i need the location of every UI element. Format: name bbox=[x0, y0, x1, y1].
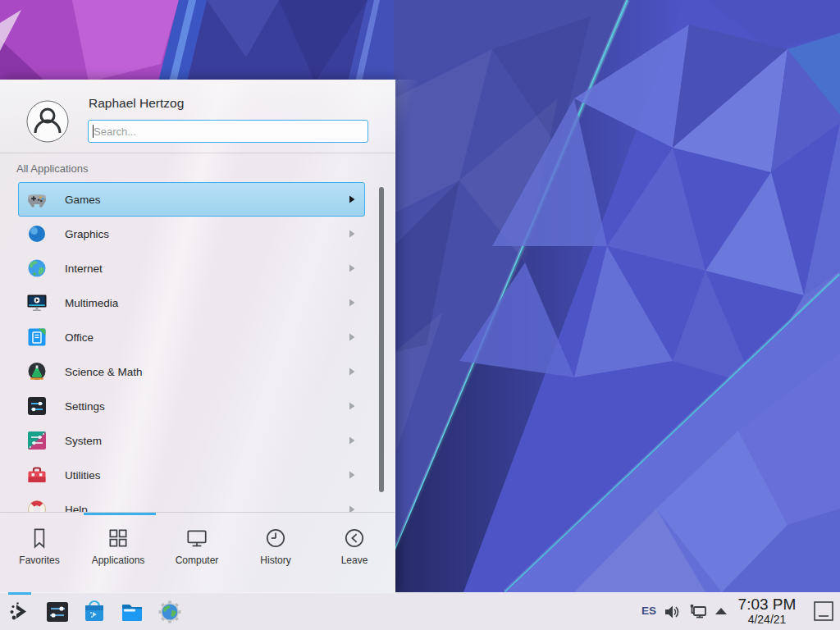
file-manager-folder-icon[interactable] bbox=[120, 600, 144, 624]
tab-history[interactable]: History bbox=[236, 515, 315, 592]
category-label: Internet bbox=[65, 262, 103, 275]
search-input[interactable] bbox=[88, 120, 368, 143]
applications-grid-icon bbox=[106, 526, 130, 550]
header-separator bbox=[0, 153, 395, 153]
submenu-arrow-icon bbox=[349, 333, 355, 341]
category-label: Office bbox=[65, 331, 94, 344]
submenu-arrow-icon bbox=[349, 264, 355, 272]
category-item-utilities[interactable]: Utilities bbox=[18, 458, 365, 492]
tab-leave[interactable]: Leave bbox=[315, 515, 394, 592]
discover-store-icon[interactable] bbox=[82, 600, 107, 624]
computer-monitor-icon bbox=[185, 526, 209, 550]
submenu-arrow-icon bbox=[349, 505, 355, 512]
footer-separator bbox=[0, 512, 395, 513]
category-item-office[interactable]: Office bbox=[18, 320, 365, 354]
section-label: All Applications bbox=[16, 162, 88, 175]
globe-icon bbox=[26, 258, 48, 279]
search-field-wrap bbox=[88, 120, 368, 143]
system-settings-icon[interactable] bbox=[45, 600, 70, 624]
submenu-arrow-icon bbox=[349, 471, 355, 479]
bookmark-icon bbox=[27, 526, 52, 550]
submenu-arrow-icon bbox=[349, 368, 355, 376]
network-icon[interactable] bbox=[689, 603, 707, 621]
category-label: Settings bbox=[65, 400, 105, 413]
category-item-games[interactable]: Games bbox=[18, 182, 365, 217]
category-label: Utilities bbox=[65, 469, 101, 482]
graphics-icon bbox=[26, 223, 48, 244]
category-item-graphics[interactable]: Graphics bbox=[18, 217, 365, 251]
user-avatar[interactable] bbox=[26, 100, 69, 143]
tab-computer[interactable]: Computer bbox=[158, 515, 236, 592]
category-list: Games Graphics bbox=[0, 182, 395, 512]
text-cursor bbox=[93, 125, 94, 138]
help-lifebuoy-icon bbox=[26, 499, 48, 512]
toolbox-icon bbox=[26, 464, 48, 486]
category-label: Help bbox=[65, 504, 88, 513]
desktop: Raphael Hertzog All Applications bbox=[0, 0, 840, 630]
category-item-multimedia[interactable]: Multimedia bbox=[18, 285, 365, 320]
category-label: Multimedia bbox=[65, 297, 118, 309]
tab-favorites[interactable]: Favorites bbox=[0, 515, 79, 592]
clock-time: 7:03 PM bbox=[732, 596, 802, 613]
history-clock-icon bbox=[263, 526, 288, 550]
submenu-arrow-icon bbox=[349, 230, 355, 238]
category-label: Science & Math bbox=[65, 366, 143, 378]
category-item-settings[interactable]: Settings bbox=[18, 389, 365, 423]
volume-icon[interactable] bbox=[663, 603, 681, 621]
web-browser-icon[interactable] bbox=[158, 600, 182, 624]
application-launcher-popup: Raphael Hertzog All Applications bbox=[0, 80, 395, 592]
launcher-tabbar: Favorites Applications Computer bbox=[0, 515, 395, 592]
science-flask-icon bbox=[26, 361, 48, 382]
office-icon bbox=[26, 326, 48, 348]
category-label: Games bbox=[65, 194, 101, 206]
show-desktop-button[interactable] bbox=[813, 600, 834, 622]
category-label: System bbox=[65, 435, 102, 447]
user-name: Raphael Hertzog bbox=[89, 96, 184, 111]
category-item-system[interactable]: System bbox=[18, 423, 365, 458]
category-item-science-math[interactable]: Science & Math bbox=[18, 354, 365, 389]
taskbar-panel: ES 7:03 PM 4/24/21 bbox=[0, 592, 840, 630]
category-label: Graphics bbox=[65, 228, 109, 240]
category-item-help[interactable]: Help bbox=[18, 492, 365, 512]
list-scrollbar[interactable] bbox=[379, 187, 384, 492]
leave-icon bbox=[342, 526, 367, 550]
submenu-arrow-icon bbox=[349, 195, 355, 203]
keyboard-layout-indicator[interactable]: ES bbox=[641, 605, 656, 617]
submenu-arrow-icon bbox=[349, 436, 355, 445]
system-icon bbox=[26, 430, 48, 451]
launcher-header: Raphael Hertzog bbox=[0, 80, 395, 153]
category-item-internet[interactable]: Internet bbox=[18, 251, 365, 285]
settings-sliders-icon bbox=[26, 395, 48, 417]
submenu-arrow-icon bbox=[349, 299, 355, 307]
tab-applications[interactable]: Applications bbox=[79, 515, 158, 592]
multimedia-icon bbox=[26, 292, 48, 313]
submenu-arrow-icon bbox=[349, 402, 355, 410]
clock-date: 4/24/21 bbox=[732, 613, 802, 627]
launcher-open-indicator bbox=[8, 592, 31, 595]
application-launcher-icon[interactable] bbox=[8, 600, 33, 624]
gamepad-icon bbox=[26, 189, 48, 210]
tray-expand-caret-icon[interactable] bbox=[714, 605, 728, 617]
digital-clock[interactable]: 7:03 PM 4/24/21 bbox=[732, 596, 802, 627]
